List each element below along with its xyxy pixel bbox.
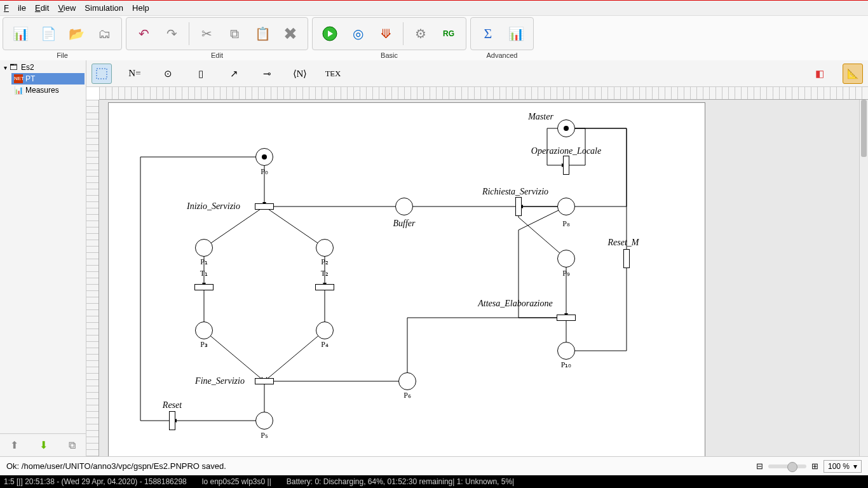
zoom-slider[interactable] — [768, 464, 806, 468]
transition-tool[interactable]: ▯ — [191, 64, 211, 84]
measure-button[interactable]: 📊 — [503, 20, 529, 47]
transition-OpLoc[interactable] — [563, 156, 569, 175]
project-tree[interactable]: 🗔Es2 NETPT 📊Measures — [0, 60, 86, 433]
place-P1[interactable] — [195, 239, 213, 257]
tex-tool[interactable]: TEX — [323, 64, 343, 84]
place-Buffer[interactable] — [395, 198, 413, 215]
canvas[interactable]: MasterP₀BufferP₈P₁P₂P₉P₃P₄P₁₀P₆P₅Operazi… — [99, 100, 859, 456]
transition-Attesa[interactable] — [557, 315, 576, 321]
place-label-P1: P₁ — [200, 257, 208, 267]
place-Master[interactable] — [557, 119, 575, 137]
net-page[interactable]: MasterP₀BufferP₈P₁P₂P₉P₃P₄P₁₀P₆P₅Operazi… — [108, 102, 705, 456]
canvas-toolbar: N= ⊙ ▯ ↗ ⊸ ⟨N⟩ TEX ◧ 📐 — [86, 60, 868, 87]
new-page-button[interactable]: 📄 — [35, 20, 62, 47]
nvar-tool[interactable]: N= — [125, 64, 145, 84]
transition-label-T1: T₁ — [200, 269, 208, 278]
tree-root[interactable]: 🗔Es2 — [1, 62, 85, 73]
token-game-button[interactable]: ◎ — [344, 20, 371, 47]
toolbar: 📊 📄 📂 🗂 File ↶ ↷ ✂ ⧉ 📋 ✖ Edit ◎ ⟱ ⚙ RG B… — [0, 16, 868, 60]
transition-Reset[interactable] — [169, 411, 175, 430]
place-label-Master: Master — [528, 112, 553, 122]
transition-Inizio[interactable] — [255, 203, 274, 210]
svg-rect-1 — [97, 69, 107, 79]
transition-label-ResetM: Reset_M — [608, 238, 639, 248]
move-up-button[interactable]: ⬆ — [10, 439, 18, 451]
place-tool[interactable]: ⊙ — [158, 64, 178, 84]
sigma-button[interactable]: Σ — [475, 20, 501, 47]
place-label-P9: P₉ — [562, 269, 570, 278]
place-P2[interactable] — [316, 239, 334, 257]
play-button[interactable] — [316, 20, 343, 47]
place-P3[interactable] — [195, 322, 213, 339]
redo-button[interactable]: ↷ — [158, 20, 185, 47]
zoom-level[interactable]: 100 %▾ — [824, 460, 862, 473]
menu-file[interactable]: File — [4, 3, 26, 13]
arc-tool[interactable]: ↗ — [224, 64, 244, 84]
transition-label-Fine: Fine_Servizio — [195, 376, 245, 386]
place-label-P2: P₂ — [321, 257, 329, 267]
delete-button[interactable]: ✖ — [277, 20, 304, 47]
place-label-P10: P₁₀ — [561, 360, 572, 370]
tree-item-measures[interactable]: 📊Measures — [11, 85, 85, 96]
ruler-horizontal — [99, 87, 868, 100]
status-message: Ok: /home/user/UNITO/anno3/vpc/gspn/Es2.… — [6, 461, 226, 471]
menu-simulation[interactable]: Simulation — [85, 3, 123, 13]
transition-RichServ[interactable] — [515, 197, 522, 216]
inhibitor-tool[interactable]: ⊸ — [257, 64, 277, 84]
save-button[interactable]: 🗂 — [91, 20, 118, 47]
menu-view[interactable]: View — [58, 3, 76, 13]
place-P0[interactable] — [255, 148, 273, 166]
zoom-in-button[interactable]: ⊞ — [811, 461, 818, 471]
zoom-controls: ⊟ ⊞ 100 %▾ — [756, 460, 862, 473]
vertical-scrollbar[interactable] — [859, 100, 868, 456]
move-down-button[interactable]: ⬇ — [39, 439, 48, 451]
place-P4[interactable] — [316, 322, 334, 339]
place-P6[interactable] — [398, 372, 416, 390]
tree-item-pt[interactable]: NETPT — [11, 73, 85, 85]
place-label-P0: P₀ — [261, 167, 268, 177]
group-edit-label: Edit — [126, 51, 308, 59]
place-P10[interactable] — [557, 342, 575, 360]
sidebar-actions: ⬆ ⬇ ⧉ — [0, 433, 86, 456]
unfold-button[interactable]: ⟱ — [372, 20, 399, 47]
undo-button[interactable]: ↶ — [130, 20, 157, 47]
group-basic-label: Basic — [312, 51, 466, 59]
nbracket-tool[interactable]: ⟨N⟩ — [290, 64, 310, 84]
ruler-tool[interactable]: 📐 — [843, 64, 863, 84]
zoom-out-button[interactable]: ⊟ — [756, 461, 763, 471]
duplicate-button[interactable]: ⧉ — [69, 440, 76, 451]
select-tool[interactable] — [92, 64, 112, 84]
place-label-P6: P₆ — [403, 391, 411, 400]
cut-button[interactable]: ✂ — [193, 20, 220, 47]
transition-T2[interactable] — [315, 284, 334, 290]
rg-button[interactable]: RG — [435, 20, 462, 47]
transition-label-Reset: Reset — [163, 400, 182, 410]
menu-help[interactable]: Help — [132, 3, 149, 13]
place-label-P4: P₄ — [321, 340, 329, 349]
menubar: File Edit View Simulation Help — [0, 1, 868, 16]
state-button[interactable]: ⚙ — [407, 20, 434, 47]
open-button[interactable]: 📂 — [63, 20, 90, 47]
place-label-P8: P₈ — [562, 219, 570, 229]
statusbar: Ok: /home/user/UNITO/anno3/vpc/gspn/Es2.… — [0, 456, 868, 475]
ruler-vertical — [86, 100, 99, 456]
place-P8[interactable] — [557, 198, 575, 215]
place-P9[interactable] — [557, 250, 575, 268]
menu-edit[interactable]: Edit — [35, 3, 49, 13]
transition-label-T2: T₂ — [321, 269, 329, 278]
system-bar: 1:5 [|] 20:51:38 - (Wed 29 Apr, 04.2020)… — [0, 475, 868, 488]
net-edges — [109, 103, 705, 456]
transition-T1[interactable] — [194, 284, 214, 290]
place-label-Buffer: Buffer — [393, 219, 416, 229]
group-advanced-label: Advanced — [470, 51, 534, 59]
place-label-P3: P₃ — [200, 340, 208, 349]
copy-button[interactable]: ⧉ — [221, 20, 248, 47]
place-P5[interactable] — [255, 412, 273, 430]
eraser-tool[interactable]: ◧ — [810, 64, 830, 84]
transition-Fine[interactable] — [255, 378, 274, 384]
sidebar: 🗔Es2 NETPT 📊Measures ⬆ ⬇ ⧉ — [0, 60, 86, 456]
new-net-button[interactable]: 📊 — [7, 20, 34, 47]
paste-button[interactable]: 📋 — [249, 20, 276, 47]
transition-ResetM[interactable] — [623, 249, 630, 268]
transition-label-Attesa: Attesa_Elaborazione — [478, 299, 552, 309]
